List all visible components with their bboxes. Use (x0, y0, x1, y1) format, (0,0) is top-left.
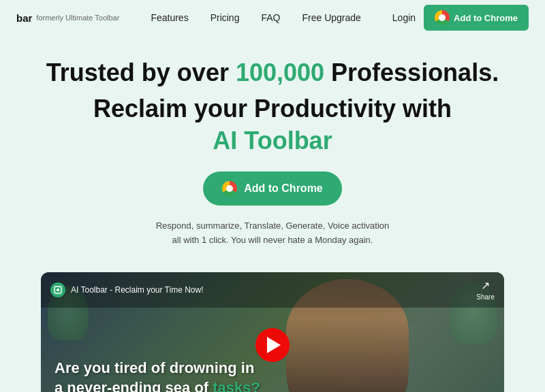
navigation: bar formerly Ultimate Toolbar Features P… (0, 0, 545, 35)
share-button[interactable]: ↗ Share (476, 279, 495, 301)
video-channel-icon (50, 282, 65, 297)
nav-right: Login Add to Chrome (392, 5, 529, 31)
play-button[interactable] (255, 328, 290, 362)
video-text-line2: a never-ending sea of (54, 379, 213, 392)
video-info: AI Toolbar - Reclaim your Time Now! (50, 282, 204, 297)
hero-title-line2: Reclaim your Productivity with (14, 93, 531, 124)
logo: bar formerly Ultimate Toolbar (16, 12, 119, 24)
nav-links: Features Pricing FAQ Free Upgrade (151, 12, 360, 24)
nav-item-faq[interactable]: FAQ (261, 12, 280, 24)
hero-section: Trusted by over 100,000 Professionals. R… (0, 35, 545, 261)
video-overlay-text: Are you tired of drowning in a never-end… (54, 359, 490, 392)
hero-title-ai: AI Toolbar (14, 127, 531, 155)
video-text-line1: Are you tired of drowning in (54, 359, 254, 376)
hero-desc-line2: all with 1 click. You will never hate a … (172, 235, 373, 245)
nav-link-pricing[interactable]: Pricing (211, 12, 240, 23)
video-top-bar: AI Toolbar - Reclaim your Time Now! ↗ Sh… (41, 272, 504, 308)
logo-brand: bar (16, 12, 32, 24)
nav-item-free-upgrade[interactable]: Free Upgrade (302, 12, 360, 24)
share-icon: ↗ (481, 279, 490, 292)
video-title: AI Toolbar - Reclaim your Time Now! (71, 285, 204, 295)
svg-point-1 (57, 289, 59, 291)
nav-cta-label: Add to Chrome (454, 13, 518, 23)
play-icon (267, 337, 281, 353)
nav-link-faq[interactable]: FAQ (261, 12, 280, 23)
chrome-icon-hero (222, 181, 237, 196)
hero-description: Respond, summarize, Translate, Generate,… (14, 219, 531, 248)
nav-link-features[interactable]: Features (151, 12, 188, 23)
add-to-chrome-label: Add to Chrome (244, 182, 323, 195)
hero-title-line1: Trusted by over 100,000 Professionals. (14, 57, 531, 88)
hero-number: 100,000 (236, 59, 324, 86)
login-link[interactable]: Login (392, 12, 416, 23)
hero-desc-line1: Respond, summarize, Translate, Generate,… (156, 220, 390, 231)
hero-title-prefix: Trusted by over (46, 59, 236, 86)
video-text-highlight: tasks? (213, 379, 260, 392)
share-label: Share (476, 293, 495, 301)
nav-item-features[interactable]: Features (151, 12, 188, 24)
hero-title-suffix: Professionals. (324, 59, 499, 86)
video-player[interactable]: Are you tired of drowning in a never-end… (41, 272, 504, 392)
chrome-icon (435, 10, 450, 25)
nav-link-free-upgrade[interactable]: Free Upgrade (302, 12, 360, 23)
add-to-chrome-button[interactable]: Add to Chrome (203, 172, 342, 206)
nav-add-to-chrome-button[interactable]: Add to Chrome (424, 5, 529, 31)
nav-item-pricing[interactable]: Pricing (211, 12, 240, 24)
logo-formerly: formerly Ultimate Toolbar (36, 14, 119, 22)
